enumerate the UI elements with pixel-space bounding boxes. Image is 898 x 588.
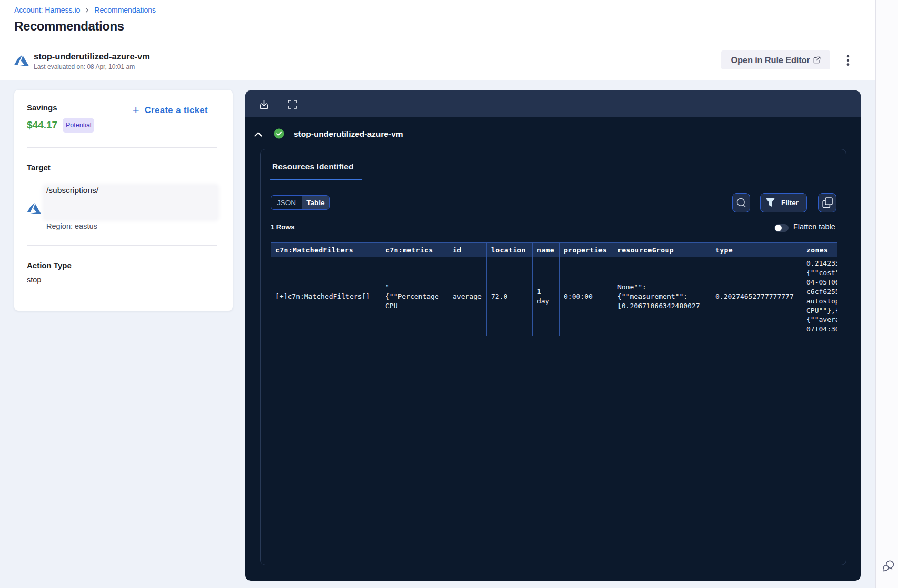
cell-type: 0.20274652777777777 [711, 257, 802, 336]
tab-label: Resources Identified [270, 162, 362, 171]
cell-name: 1 day [533, 257, 560, 336]
view-mode-segmented-control: JSON Table [271, 195, 330, 210]
breadcrumb-account-link[interactable]: Account: Harness.io [14, 6, 80, 14]
action-type-label: Action Type [27, 261, 72, 270]
col-type: type [711, 243, 802, 257]
chat-help-button[interactable] [882, 559, 895, 572]
target-value: /subscriptions/ [46, 186, 98, 195]
potential-badge: Potential [63, 118, 94, 133]
panel-toolbar [245, 90, 861, 117]
collapse-chevron-button[interactable] [252, 128, 264, 140]
results-table: c7n:MatchedFilters c7n:metrics id locati… [271, 242, 837, 336]
card-divider [27, 147, 217, 148]
create-ticket-label: Create a ticket [145, 105, 208, 115]
cell-resourcegroup: None"": {""measurement"": [0.20671066342… [613, 257, 711, 336]
more-options-button[interactable] [842, 54, 854, 67]
col-zones: zones [802, 243, 837, 257]
col-id: id [448, 243, 487, 257]
cell-zones: 0.214233 {""cost" 04-05T06 c6cf6255 auto… [802, 257, 837, 336]
filter-label: Filter [781, 199, 799, 207]
savings-amount: $44.17 [27, 119, 57, 131]
filter-funnel-icon [766, 198, 775, 208]
panel-rule-name: stop-underutilized-azure-vm [294, 129, 403, 139]
main-content: Account: Harness.io Recommendations Reco… [0, 0, 875, 588]
open-rule-editor-button[interactable]: Open in Rule Editor [721, 50, 830, 69]
target-label: Target [27, 163, 51, 172]
table-view-button[interactable]: Table [302, 196, 329, 209]
toggle-knob [775, 225, 782, 231]
search-button[interactable] [732, 193, 750, 212]
tab-active-underline [270, 179, 362, 180]
cell-properties: 0:00:00 [560, 257, 613, 336]
filter-button[interactable]: Filter [760, 193, 807, 212]
table-header-row: c7n:MatchedFilters c7n:metrics id locati… [271, 243, 837, 257]
tab-resources-identified[interactable]: Resources Identified [270, 162, 362, 171]
plus-icon: + [133, 106, 139, 115]
col-c7n-metrics: c7n:metrics [381, 243, 448, 257]
recommendation-subtitle: Last evaluated on: 08 Apr, 10:01 am [34, 63, 135, 70]
copy-button[interactable] [818, 193, 836, 212]
external-link-icon [813, 56, 821, 64]
cell-matchedfilters-expand-link[interactable]: [+]c7n:MatchedFilters[] [271, 257, 381, 336]
azure-logo-icon [14, 53, 29, 68]
azure-logo-icon [27, 201, 41, 215]
recommendation-header: stop-underutilized-azure-vm Last evaluat… [0, 40, 875, 79]
rows-count: 1 Rows [271, 223, 295, 231]
breadcrumb-chevron-icon [85, 8, 89, 13]
savings-label: Savings [27, 103, 57, 112]
success-check-icon [274, 128, 284, 139]
cell-location: 72.0 [487, 257, 533, 336]
table-row: [+]c7n:MatchedFilters[] " {""Percentage … [271, 257, 837, 336]
download-button[interactable] [258, 99, 269, 109]
cell-id: average [448, 257, 487, 336]
json-view-button[interactable]: JSON [271, 196, 302, 209]
open-rule-editor-label: Open in Rule Editor [731, 55, 810, 65]
col-properties: properties [560, 243, 613, 257]
right-rail [875, 0, 898, 588]
col-location: location [487, 243, 533, 257]
col-resourcegroup: resourceGroup [613, 243, 711, 257]
flatten-table-label: Flatten table [793, 222, 835, 231]
col-c7n-matchedfilters: c7n:MatchedFilters [271, 243, 381, 257]
col-name: name [533, 243, 560, 257]
region-value: Region: eastus [46, 222, 97, 230]
flatten-table-toggle[interactable] [774, 224, 789, 232]
fullscreen-button[interactable] [287, 99, 297, 109]
resources-panel: stop-underutilized-azure-vm Resources Id… [245, 90, 861, 581]
savings-card: Savings + Create a ticket $44.17 Potenti… [14, 90, 233, 311]
breadcrumb-recommendations-link[interactable]: Recommendations [94, 6, 156, 14]
create-ticket-button[interactable]: + Create a ticket [133, 105, 208, 115]
action-type-value: stop [27, 276, 41, 284]
page-title: Recommendations [14, 19, 124, 34]
resources-identified-panel: Resources Identified JSON Table F [260, 149, 846, 565]
results-table-container[interactable]: c7n:MatchedFilters c7n:metrics id locati… [271, 242, 837, 337]
breadcrumb: Account: Harness.io Recommendations [14, 6, 156, 14]
cell-metrics: " {""Percentage CPU [381, 257, 448, 336]
recommendation-title: stop-underutilized-azure-vm [34, 52, 150, 62]
card-divider [27, 245, 217, 246]
page-body: Savings + Create a ticket $44.17 Potenti… [0, 80, 875, 588]
